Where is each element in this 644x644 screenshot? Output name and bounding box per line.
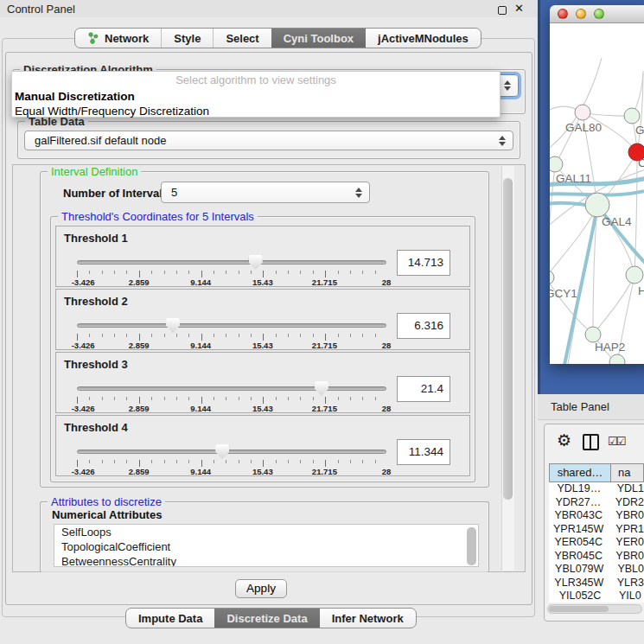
dropdown-option-manual-discretization[interactable]: Manual Discretization bbox=[12, 89, 500, 104]
cell-shared-name[interactable]: YIL052C bbox=[549, 590, 611, 603]
threshold-4-slider[interactable]: -3.426 2.859 9.144 15.43 21.715 28 bbox=[77, 443, 386, 475]
tab-select[interactable]: Select bbox=[213, 29, 271, 48]
table-horizontal-scrollbar-thumb[interactable] bbox=[549, 606, 609, 612]
table-row[interactable]: YBR043CYBR0 bbox=[549, 509, 644, 523]
threshold-2-slider[interactable]: -3.426 2.859 9.144 15.43 21.715 28 bbox=[77, 317, 386, 348]
slider-track[interactable] bbox=[77, 450, 386, 454]
scale-label: 2.859 bbox=[129, 404, 150, 413]
threshold-1-label: Threshold 1 bbox=[64, 232, 128, 245]
cell-shared-name[interactable]: YER054C bbox=[549, 536, 608, 550]
gear-icon[interactable]: ⚙ bbox=[557, 430, 571, 450]
table-row[interactable]: YDR27…YDR2 bbox=[549, 496, 644, 510]
network-window-titlebar bbox=[550, 5, 644, 23]
settings-scrollbar-thumb[interactable] bbox=[503, 178, 513, 500]
threshold-3-slider[interactable]: -3.426 2.859 9.144 15.43 21.715 28 bbox=[77, 380, 386, 411]
table-row[interactable]: YER054CYER0 bbox=[549, 536, 644, 550]
threshold-2-panel: Threshold 2 -3.426 2.859 9.144 15.43 21.… bbox=[55, 289, 470, 350]
slider-thumb[interactable] bbox=[166, 318, 180, 333]
scale-label: 9.144 bbox=[190, 404, 211, 413]
network-node[interactable] bbox=[624, 108, 640, 124]
node-label-clipped: GA bbox=[635, 124, 644, 137]
cell-name[interactable]: YBR0 bbox=[608, 509, 644, 523]
network-node-gal4[interactable] bbox=[585, 193, 609, 217]
table-horizontal-scrollbar[interactable] bbox=[547, 604, 642, 614]
interval-definition-title: Interval Definition bbox=[48, 165, 141, 178]
network-node-gal80[interactable] bbox=[575, 105, 590, 120]
table-row[interactable]: YBL079WYBL0 bbox=[549, 563, 644, 577]
table-row[interactable]: YLR345WYLR3 bbox=[549, 577, 644, 590]
list-item[interactable]: BetweennessCentrality bbox=[54, 554, 478, 567]
slider-track[interactable] bbox=[77, 386, 386, 391]
cell-name[interactable]: YLR3 bbox=[609, 577, 644, 590]
cell-name[interactable]: YBL0 bbox=[609, 563, 644, 577]
close-traffic-light-icon[interactable] bbox=[558, 9, 568, 19]
scale-label: 2.859 bbox=[129, 277, 150, 287]
list-item[interactable]: TopologicalCoefficient bbox=[54, 539, 478, 554]
threshold-2-value-field[interactable]: 6.316 bbox=[397, 313, 450, 339]
threshold-3-value-field[interactable]: 21.4 bbox=[397, 376, 450, 402]
slider-scale-labels: -3.426 2.859 9.144 15.43 21.715 28 bbox=[77, 277, 386, 288]
cell-shared-name[interactable]: YDR27… bbox=[549, 496, 608, 510]
cell-shared-name[interactable]: YDL19… bbox=[549, 482, 609, 496]
network-node-gcy1[interactable] bbox=[550, 271, 554, 284]
scale-label: 21.715 bbox=[312, 467, 337, 476]
cell-name[interactable]: YDL1 bbox=[609, 482, 644, 496]
zoom-traffic-light-icon[interactable] bbox=[594, 9, 604, 19]
list-scrollbar-thumb[interactable] bbox=[467, 527, 476, 565]
table-row[interactable]: YDL19…YDL1 bbox=[549, 482, 644, 496]
network-view-window[interactable]: GAL80 GA C GAL11 GAL4 GCY1 H HAP2 bbox=[550, 5, 644, 364]
tab-impute-data[interactable]: Impute Data bbox=[126, 609, 214, 628]
slider-track[interactable] bbox=[77, 260, 386, 265]
minimize-traffic-light-icon[interactable] bbox=[576, 9, 586, 19]
tab-cyni-toolbox[interactable]: Cyni Toolbox bbox=[271, 29, 366, 48]
cell-name[interactable]: YDR2 bbox=[608, 496, 644, 510]
cell-shared-name[interactable]: YPR145W bbox=[549, 523, 608, 537]
slider-thumb[interactable] bbox=[215, 444, 229, 459]
numerical-attributes-list[interactable]: SelfLoops TopologicalCoefficient Between… bbox=[54, 524, 479, 567]
network-node[interactable] bbox=[626, 266, 643, 284]
apply-button[interactable]: Apply bbox=[235, 579, 287, 598]
table-data-combobox[interactable]: galFiltered.sif default node bbox=[24, 131, 513, 150]
select-checkboxes-icon[interactable]: ☑☑ bbox=[608, 435, 624, 448]
slider-thumb[interactable] bbox=[249, 255, 263, 270]
close-icon[interactable]: ✕ bbox=[514, 2, 524, 15]
table-row[interactable]: YPR145WYPR1 bbox=[549, 523, 644, 537]
slider-major-ticks bbox=[77, 334, 387, 341]
list-item[interactable]: SelfLoops bbox=[54, 525, 478, 539]
threshold-1-slider[interactable]: -3.426 2.859 9.144 15.43 21.715 28 bbox=[77, 254, 386, 285]
table-row[interactable]: YBR045CYBR0 bbox=[549, 550, 644, 564]
slider-track[interactable] bbox=[77, 323, 386, 328]
float-window-icon[interactable] bbox=[498, 6, 507, 15]
tab-network[interactable]: Network bbox=[75, 29, 161, 48]
column-header-name[interactable]: na bbox=[611, 463, 644, 482]
network-node-gal11[interactable] bbox=[550, 156, 563, 172]
column-header-shared-name[interactable]: shared… bbox=[549, 463, 611, 482]
network-node[interactable] bbox=[609, 354, 625, 364]
threshold-3-panel: Threshold 3 -3.426 2.859 9.144 15.43 21.… bbox=[55, 352, 470, 413]
columns-icon[interactable] bbox=[583, 434, 599, 450]
cell-name[interactable]: YBR0 bbox=[608, 550, 644, 564]
threshold-1-value-field[interactable]: 14.713 bbox=[397, 250, 450, 276]
threshold-3-label: Threshold 3 bbox=[64, 358, 128, 371]
cell-shared-name[interactable]: YBR043C bbox=[549, 509, 608, 523]
tab-jactivemnodules[interactable]: jActiveMNodules bbox=[366, 29, 481, 48]
node-label-clipped: C bbox=[638, 156, 644, 169]
dropdown-option-equal-width[interactable]: Equal Width/Frequency Discretization bbox=[12, 104, 500, 118]
cell-shared-name[interactable]: YBR045C bbox=[549, 550, 608, 564]
tab-infer-network[interactable]: Infer Network bbox=[320, 609, 416, 628]
scale-label: -3.426 bbox=[72, 341, 95, 350]
tab-discretize-data[interactable]: Discretize Data bbox=[214, 609, 319, 628]
cell-shared-name[interactable]: YLR345W bbox=[549, 577, 609, 590]
network-canvas[interactable]: GAL80 GA C GAL11 GAL4 GCY1 H HAP2 bbox=[550, 23, 644, 364]
slider-thumb[interactable] bbox=[315, 381, 328, 396]
number-of-intervals-combobox[interactable]: 5 bbox=[161, 182, 370, 203]
table-row[interactable]: YIL052CYIL0 bbox=[549, 590, 644, 603]
tab-style[interactable]: Style bbox=[161, 29, 213, 48]
dropdown-placeholder-item[interactable]: Select algorithm to view settings bbox=[12, 72, 500, 89]
cell-name[interactable]: YPR1 bbox=[608, 523, 644, 537]
cell-shared-name[interactable]: YBL079W bbox=[549, 563, 609, 577]
threshold-4-value-field[interactable]: 11.344 bbox=[397, 439, 450, 465]
cell-name[interactable]: YER0 bbox=[608, 536, 644, 550]
threshold-1-panel: Threshold 1 -3.426 2.859 9.144 15.43 21.… bbox=[55, 226, 470, 287]
cell-name[interactable]: YIL0 bbox=[611, 590, 641, 603]
